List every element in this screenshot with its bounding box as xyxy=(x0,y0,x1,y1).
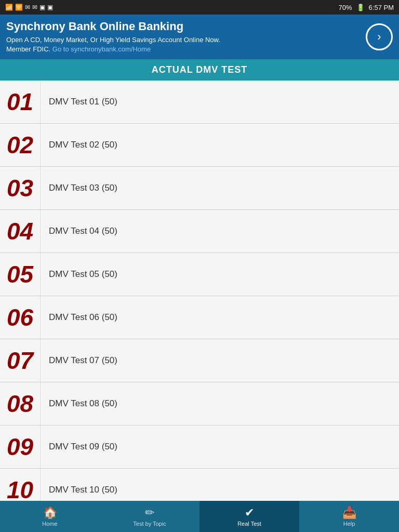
test-label: DMV Test 06 (50) xyxy=(41,312,117,323)
test-label: DMV Test 09 (50) xyxy=(41,442,117,452)
test-label: DMV Test 02 (50) xyxy=(41,140,117,150)
wifi-icon: 🛜 xyxy=(15,4,23,11)
test-number: 04 xyxy=(7,219,33,243)
test-item[interactable]: 05DMV Test 05 (50) xyxy=(0,253,399,296)
test-item[interactable]: 04DMV Test 04 (50) xyxy=(0,210,399,253)
test-number-box: 07 xyxy=(0,339,41,382)
test-number-box: 04 xyxy=(0,210,41,252)
test-number-box: 05 xyxy=(0,253,41,296)
test-label: DMV Test 08 (50) xyxy=(41,398,117,409)
home-icon: 🏠 xyxy=(43,506,57,520)
nav-item-home[interactable]: 🏠Home xyxy=(0,501,100,532)
test-list: 01DMV Test 01 (50)02DMV Test 02 (50)03DM… xyxy=(0,81,399,503)
test-by-topic-label: Test by Topic xyxy=(133,521,166,527)
test-number: 09 xyxy=(7,435,33,459)
mail-icon2: ✉ xyxy=(32,4,37,11)
ad-arrow-button[interactable]: › xyxy=(366,23,393,50)
help-icon: 📥 xyxy=(342,506,356,520)
status-bar: 📶 🛜 ✉ ✉ ▣ ▣ 70% 🔋 6:57 PM xyxy=(0,0,399,15)
bottom-nav: 🏠Home✏Test by Topic✔Real Test📥Help xyxy=(0,501,399,532)
nav-item-test-by-topic[interactable]: ✏Test by Topic xyxy=(100,501,200,532)
ad-banner[interactable]: Synchrony Bank Online Banking Open A CD,… xyxy=(0,15,399,59)
test-number-box: 01 xyxy=(0,81,41,123)
test-by-topic-icon: ✏ xyxy=(145,506,154,520)
ad-body: Open A CD, Money Market, Or High Yield S… xyxy=(6,35,361,54)
signal-icon: 📶 xyxy=(5,4,13,11)
img-icon2: ▣ xyxy=(47,4,53,11)
battery-icon: 🔋 xyxy=(356,4,365,11)
img-icon: ▣ xyxy=(39,4,45,11)
test-label: DMV Test 01 (50) xyxy=(41,97,117,107)
test-number: 06 xyxy=(7,305,33,329)
test-item[interactable]: 07DMV Test 07 (50) xyxy=(0,339,399,382)
test-label: DMV Test 10 (50) xyxy=(41,485,117,495)
test-label: DMV Test 07 (50) xyxy=(41,355,117,366)
test-number-box: 08 xyxy=(0,382,41,425)
test-label: DMV Test 03 (50) xyxy=(41,183,117,193)
test-item[interactable]: 09DMV Test 09 (50) xyxy=(0,425,399,469)
test-label: DMV Test 04 (50) xyxy=(41,226,117,236)
ad-link[interactable]: Go to synchronybank.com/Home xyxy=(52,45,151,53)
test-number-box: 09 xyxy=(0,425,41,468)
test-item[interactable]: 08DMV Test 08 (50) xyxy=(0,382,399,425)
mail-icon: ✉ xyxy=(25,4,30,11)
test-number: 07 xyxy=(7,349,33,373)
test-number: 02 xyxy=(7,133,33,157)
test-label: DMV Test 05 (50) xyxy=(41,269,117,280)
test-number-box: 03 xyxy=(0,167,41,209)
test-item[interactable]: 01DMV Test 01 (50) xyxy=(0,81,399,124)
test-item[interactable]: 06DMV Test 06 (50) xyxy=(0,296,399,339)
battery-level: 70% xyxy=(339,4,352,11)
test-number: 03 xyxy=(7,176,33,200)
test-item[interactable]: 02DMV Test 02 (50) xyxy=(0,124,399,167)
nav-item-help[interactable]: 📥Help xyxy=(299,501,399,532)
real-test-label: Real Test xyxy=(237,521,261,527)
help-label: Help xyxy=(343,521,355,527)
ad-text: Synchrony Bank Online Banking Open A CD,… xyxy=(6,20,361,54)
test-number-box: 10 xyxy=(0,469,41,503)
section-header: ACTUAL DMV TEST xyxy=(0,59,399,81)
test-number: 05 xyxy=(7,262,33,286)
clock: 6:57 PM xyxy=(369,4,394,11)
test-number: 08 xyxy=(7,392,33,416)
test-number: 10 xyxy=(7,478,33,502)
test-item[interactable]: 03DMV Test 03 (50) xyxy=(0,167,399,210)
ad-title: Synchrony Bank Online Banking xyxy=(6,20,361,33)
test-number-box: 06 xyxy=(0,296,41,339)
test-number-box: 02 xyxy=(0,124,41,166)
test-item[interactable]: 10DMV Test 10 (50) xyxy=(0,469,399,503)
home-label: Home xyxy=(42,521,57,527)
test-number: 01 xyxy=(7,90,33,114)
real-test-icon: ✔ xyxy=(245,506,254,520)
nav-item-real-test[interactable]: ✔Real Test xyxy=(200,501,299,532)
